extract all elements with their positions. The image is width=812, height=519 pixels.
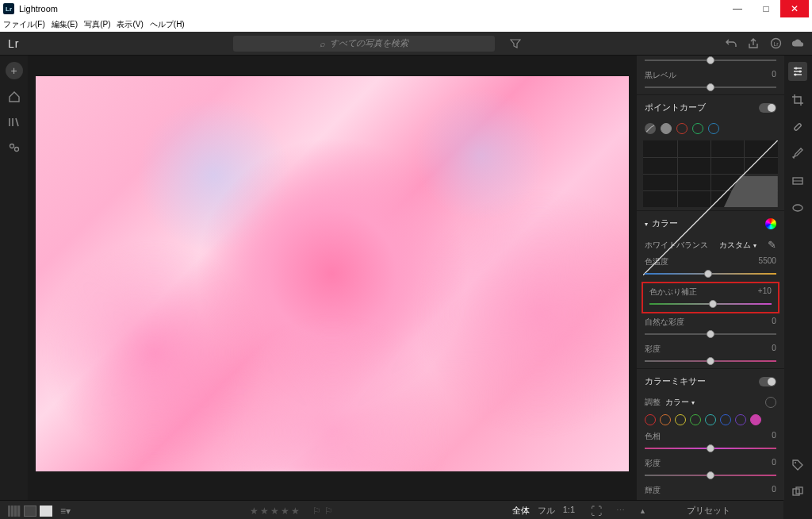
- flag-reject-icon[interactable]: ⚐: [324, 506, 333, 517]
- temp-slider[interactable]: [645, 269, 776, 279]
- titlebar: Lr Lightroom — □ ✕: [0, 0, 812, 17]
- black-label: 黒レベル: [645, 70, 676, 81]
- search-input[interactable]: ⌕ すべての写真を検索: [233, 36, 495, 52]
- chevron-up-icon: ▲: [639, 507, 646, 515]
- heal-icon[interactable]: [790, 119, 806, 135]
- saturation-value: 0: [772, 344, 776, 355]
- sat2-label: 彩度: [645, 458, 661, 469]
- svg-point-2: [10, 144, 13, 148]
- adjust-dropdown[interactable]: カラー ▾: [665, 397, 695, 408]
- mylr-icon[interactable]: Lr: [769, 37, 782, 50]
- mixer-green[interactable]: [690, 414, 701, 425]
- whites-slider[interactable]: [645, 56, 776, 65]
- tint-label: 色かぶり補正: [649, 286, 697, 298]
- zoom-fit[interactable]: 全体: [512, 505, 530, 517]
- curve-luma[interactable]: [661, 123, 672, 134]
- star-icon[interactable]: ★: [270, 506, 279, 517]
- undo-icon[interactable]: [725, 37, 737, 50]
- window-title: Lightroom: [19, 4, 723, 13]
- vibrance-slider[interactable]: [645, 329, 776, 339]
- flag-pick-icon[interactable]: ⚐: [312, 506, 321, 517]
- star-icon[interactable]: ★: [291, 506, 300, 517]
- library-icon[interactable]: [6, 114, 22, 130]
- mixer-blue[interactable]: [720, 414, 731, 425]
- hue-value: 0: [772, 431, 776, 442]
- menu-file[interactable]: ファイル(F): [3, 19, 45, 30]
- linear-gradient-icon[interactable]: [790, 173, 806, 189]
- detail-view-button[interactable]: [40, 506, 52, 517]
- curve-param-icon[interactable]: [645, 123, 656, 134]
- colormixer-toggle[interactable]: [759, 377, 776, 386]
- edit-panel: 黒レベル0 ポイントカーブ ▾カラー: [637, 56, 784, 500]
- black-value: 0: [772, 70, 776, 81]
- fullscreen-icon[interactable]: ⛶: [591, 505, 602, 517]
- lr-logo: Lr: [8, 37, 19, 50]
- svg-point-6: [799, 71, 802, 73]
- tint-slider[interactable]: [649, 299, 772, 309]
- sort-button[interactable]: ≡▾: [60, 506, 71, 517]
- mixer-purple[interactable]: [735, 414, 746, 425]
- zoom-11[interactable]: 1:1: [563, 505, 575, 517]
- mixer-color-swatches: [637, 411, 784, 429]
- filter-icon[interactable]: [509, 37, 522, 50]
- right-rail: [784, 56, 812, 500]
- star-icon[interactable]: ★: [250, 506, 259, 517]
- grid-view-button[interactable]: [8, 506, 21, 517]
- curve-red[interactable]: [676, 123, 688, 134]
- canvas-area: [28, 56, 637, 500]
- black-slider[interactable]: [645, 83, 776, 92]
- sat2-slider[interactable]: [645, 471, 776, 480]
- share-panel-icon[interactable]: [6, 140, 22, 156]
- cloud-icon[interactable]: [791, 37, 804, 50]
- left-rail: +: [0, 56, 28, 500]
- versions-icon[interactable]: [790, 484, 806, 500]
- menu-view[interactable]: 表示(V): [117, 19, 143, 30]
- svg-rect-8: [794, 123, 802, 131]
- app-icon: Lr: [3, 3, 14, 14]
- star-icon[interactable]: ★: [281, 506, 289, 517]
- svg-point-7: [795, 74, 797, 76]
- tone-curve[interactable]: [643, 140, 778, 207]
- curve-blue[interactable]: [708, 123, 719, 134]
- adjust-label: 調整: [645, 397, 661, 408]
- saturation-slider[interactable]: [645, 356, 776, 366]
- menu-photo[interactable]: 写真(P): [84, 19, 110, 30]
- mixer-orange[interactable]: [660, 414, 671, 425]
- target-adjust-icon[interactable]: [765, 397, 776, 408]
- pointcurve-header[interactable]: ポイントカーブ: [637, 94, 784, 120]
- edit-sliders-icon[interactable]: [788, 62, 807, 81]
- share-icon[interactable]: [747, 37, 760, 50]
- mixer-aqua[interactable]: [705, 414, 716, 425]
- mixer-yellow[interactable]: [675, 414, 686, 425]
- menu-help[interactable]: ヘルプ(H): [150, 19, 185, 30]
- close-button[interactable]: ✕: [780, 0, 809, 17]
- home-icon[interactable]: [6, 89, 22, 105]
- tag-icon[interactable]: [790, 457, 806, 473]
- pointcurve-toggle[interactable]: [759, 103, 776, 113]
- vibrance-value: 0: [772, 317, 776, 328]
- zoom-fill[interactable]: フル: [538, 505, 555, 517]
- mixer-red[interactable]: [645, 414, 656, 425]
- crop-icon[interactable]: [790, 92, 806, 108]
- hue-label: 色相: [645, 431, 661, 442]
- minimize-button[interactable]: —: [723, 0, 752, 17]
- brush-icon[interactable]: [790, 146, 806, 162]
- hue-slider[interactable]: [645, 444, 776, 453]
- menu-edit[interactable]: 編集(E): [52, 19, 78, 30]
- presets-button[interactable]: ▲ プリセット: [633, 500, 783, 519]
- svg-point-5: [795, 67, 798, 70]
- photo-canvas[interactable]: [36, 76, 629, 471]
- curve-green[interactable]: [692, 123, 703, 134]
- star-icon[interactable]: ★: [260, 506, 269, 517]
- menubar: ファイル(F) 編集(E) 写真(P) 表示(V) ヘルプ(H): [0, 17, 812, 32]
- sat2-value: 0: [772, 458, 776, 469]
- compare-view-button[interactable]: [24, 506, 36, 517]
- radial-gradient-icon[interactable]: [790, 200, 806, 216]
- bottom-bar: ≡▾ ★★★★★ ⚐ ⚐ 全体 フル 1:1 ⛶ ⋯: [0, 500, 633, 519]
- rating-stars[interactable]: ★★★★★: [250, 506, 300, 517]
- colormixer-header[interactable]: カラーミキサー: [637, 368, 784, 394]
- add-photo-button[interactable]: +: [6, 62, 23, 79]
- vibrance-label: 自然な彩度: [645, 317, 684, 328]
- mixer-magenta[interactable]: [750, 414, 761, 425]
- maximize-button[interactable]: □: [752, 0, 780, 17]
